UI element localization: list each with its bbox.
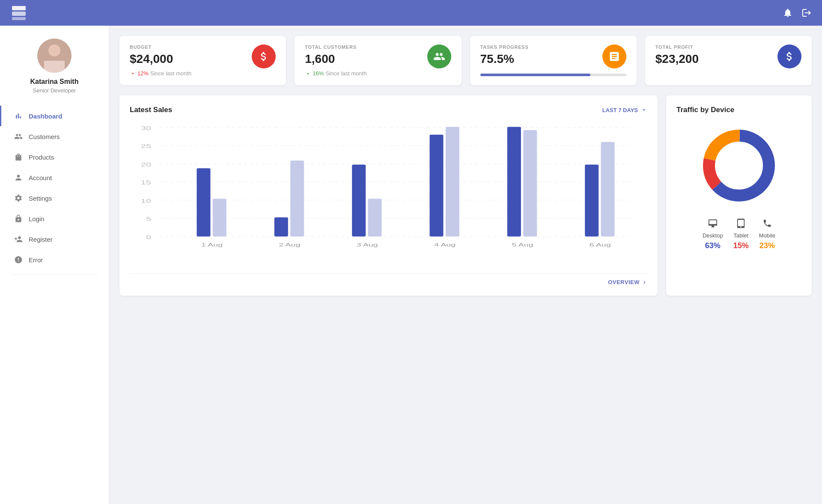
svg-rect-0 xyxy=(12,6,26,10)
svg-rect-6 xyxy=(44,61,65,73)
stat-card-tasks-header: TASKS PROGRESS 75.5% xyxy=(480,44,626,70)
tablet-label: Tablet xyxy=(733,232,748,239)
svg-text:3 Aug: 3 Aug xyxy=(357,242,378,247)
person-add-icon xyxy=(14,235,23,243)
down-arrow-icon xyxy=(130,71,136,77)
bar-1-main xyxy=(197,168,210,236)
sidebar-item-customers[interactable]: Customers xyxy=(0,126,109,147)
tasks-progress-bg xyxy=(480,74,626,76)
stat-card-profit-header: TOTAL PROFIT $23,200 xyxy=(655,44,801,70)
donut-svg xyxy=(696,123,782,208)
svg-text:30: 30 xyxy=(141,125,151,131)
svg-point-4 xyxy=(48,44,60,56)
sidebar-item-dashboard-label: Dashboard xyxy=(29,113,62,120)
sidebar-item-settings[interactable]: Settings xyxy=(0,188,109,208)
stat-card-budget-header: BUDGET $24,000 xyxy=(130,44,276,70)
chart-footer: OVERVIEW xyxy=(130,273,647,285)
svg-text:0: 0 xyxy=(146,234,151,240)
svg-rect-2 xyxy=(12,17,26,20)
bar-3-secondary xyxy=(368,199,381,236)
chevron-right-icon xyxy=(641,279,647,285)
logout-icon[interactable] xyxy=(801,8,812,18)
layout: Katarina Smith Senior Developer Dashboar… xyxy=(0,26,822,504)
chart-filter-label: LAST 7 DAYS xyxy=(602,107,638,113)
bar-1-secondary xyxy=(213,199,226,236)
error-icon xyxy=(14,255,23,264)
svg-text:20: 20 xyxy=(141,161,151,168)
desktop-icon xyxy=(708,219,718,230)
budget-change-pct: 12% xyxy=(137,70,149,77)
navbar-logo xyxy=(10,4,27,21)
svg-text:10: 10 xyxy=(141,198,151,204)
mobile-icon-svg xyxy=(762,219,772,228)
navbar-actions xyxy=(783,8,812,18)
budget-change-label: Since last month xyxy=(150,70,191,77)
customers-change: 16% Since last month xyxy=(305,70,451,77)
svg-text:6 Aug: 6 Aug xyxy=(590,242,611,247)
sidebar: Katarina Smith Senior Developer Dashboar… xyxy=(0,26,109,504)
bar-5-secondary xyxy=(523,130,537,237)
settings-icon xyxy=(14,194,23,202)
stat-card-customers-header: TOTAL CUSTOMERS 1,600 xyxy=(305,44,451,70)
tasks-icon-svg xyxy=(608,50,620,62)
notification-icon[interactable] xyxy=(783,8,793,18)
sidebar-item-error[interactable]: Error xyxy=(0,249,109,270)
bar-chart: 30 25 20 15 10 5 0 xyxy=(130,123,647,268)
profit-label: TOTAL PROFIT xyxy=(655,44,699,50)
bar-4-secondary xyxy=(446,127,459,237)
legend-mobile: Mobile 23% xyxy=(759,219,775,250)
svg-text:25: 25 xyxy=(141,143,151,150)
chart-filter[interactable]: LAST 7 DAYS xyxy=(602,107,647,113)
donut-chart xyxy=(696,123,782,208)
legend-tablet: Tablet 15% xyxy=(733,219,749,250)
bar-chart-icon xyxy=(14,112,23,120)
bar-5-main xyxy=(507,127,521,237)
overview-label: OVERVIEW xyxy=(608,279,640,285)
sidebar-item-customers-label: Customers xyxy=(29,133,60,140)
stat-card-profit-info: TOTAL PROFIT $23,200 xyxy=(655,44,699,70)
chart-header: Latest Sales LAST 7 DAYS xyxy=(130,106,647,114)
profit-value: $23,200 xyxy=(655,52,699,66)
stat-card-profit: TOTAL PROFIT $23,200 xyxy=(645,36,812,85)
sidebar-item-account[interactable]: Account xyxy=(0,167,109,188)
traffic-title: Traffic by Device xyxy=(676,106,734,114)
sidebar-item-dashboard[interactable]: Dashboard xyxy=(0,106,109,126)
bottom-row: Latest Sales LAST 7 DAYS 30 25 20 xyxy=(119,95,812,296)
traffic-legend: Desktop 63% Tablet 15% xyxy=(703,219,775,250)
bar-chart-svg: 30 25 20 15 10 5 0 xyxy=(130,123,647,268)
overview-link[interactable]: OVERVIEW xyxy=(608,279,647,285)
stat-card-tasks-info: TASKS PROGRESS 75.5% xyxy=(480,44,529,70)
tasks-label: TASKS PROGRESS xyxy=(480,44,529,50)
bar-3-main xyxy=(352,165,366,237)
sidebar-item-register-label: Register xyxy=(29,236,53,243)
people-icon xyxy=(14,132,23,141)
tasks-progress-bar xyxy=(480,74,626,76)
sidebar-item-login[interactable]: Login xyxy=(0,208,109,229)
avatar xyxy=(37,39,71,73)
stat-card-budget-info: BUDGET $24,000 xyxy=(130,44,173,70)
up-arrow-icon xyxy=(305,71,311,77)
desktop-pct: 63% xyxy=(705,241,721,250)
stat-card-tasks: TASKS PROGRESS 75.5% xyxy=(470,36,637,85)
customers-change-label: Since last month xyxy=(325,70,366,77)
desktop-label: Desktop xyxy=(703,232,723,239)
user-name: Katarina Smith xyxy=(30,78,79,86)
svg-text:5 Aug: 5 Aug xyxy=(512,242,533,247)
tasks-icon xyxy=(602,44,626,68)
sidebar-divider xyxy=(11,274,98,275)
sidebar-item-products[interactable]: Products xyxy=(0,147,109,167)
user-role: Senior Developer xyxy=(33,87,76,94)
profit-icon xyxy=(777,44,801,68)
bar-6-secondary xyxy=(601,142,615,237)
lock-icon xyxy=(14,214,23,223)
sidebar-item-register[interactable]: Register xyxy=(0,229,109,249)
stat-card-customers: TOTAL CUSTOMERS 1,600 16% Since last mon… xyxy=(295,36,461,85)
svg-text:15: 15 xyxy=(141,180,151,186)
main-content: BUDGET $24,000 12% Since last month xyxy=(109,26,822,504)
mobile-label: Mobile xyxy=(759,232,775,239)
bar-6-main xyxy=(585,165,599,237)
tasks-progress-fill xyxy=(480,74,591,76)
tablet-icon-svg xyxy=(736,219,746,228)
svg-text:2 Aug: 2 Aug xyxy=(279,242,300,247)
sidebar-item-error-label: Error xyxy=(29,256,43,264)
